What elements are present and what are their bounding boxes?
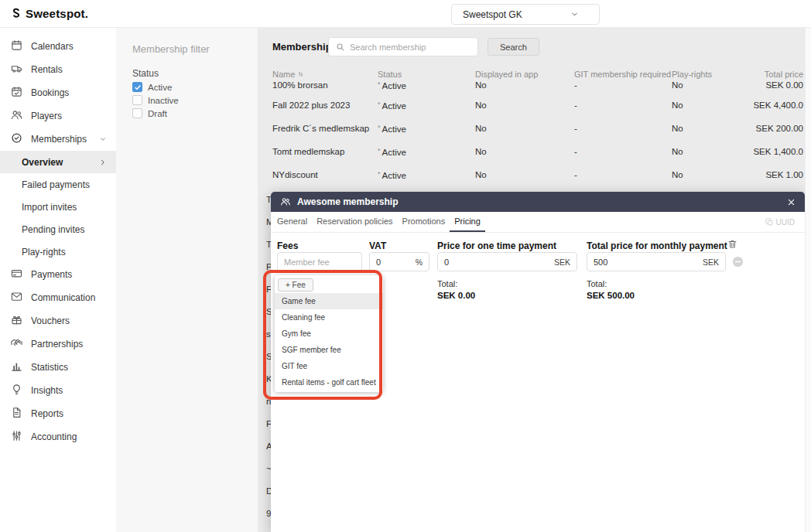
trash-icon[interactable]: [727, 239, 737, 249]
sliders-icon: [11, 430, 22, 444]
cell-git-required: -: [574, 124, 672, 133]
brand: Sweetspot.: [0, 7, 88, 20]
sidebar-item-accounting[interactable]: Accounting: [0, 425, 116, 448]
sidebar-item-memberships[interactable]: Memberships: [0, 128, 116, 151]
calendar-check-icon: [11, 86, 22, 100]
sidebar-item-label: Accounting: [31, 431, 77, 442]
status-mark: *: [378, 101, 381, 108]
sidebar-item-statistics[interactable]: Statistics: [0, 356, 116, 379]
cell-displayed-in-app: No: [475, 82, 574, 90]
cell-status: *Active: [378, 147, 475, 157]
copy-icon: [765, 218, 773, 226]
table-row[interactable]: 100% brorsan*ActiveNo-NoSEK 0.00: [258, 82, 805, 94]
calendar-icon: [11, 39, 22, 53]
sidebar-item-reports[interactable]: Reports: [0, 402, 116, 425]
tab-general[interactable]: General: [272, 212, 312, 232]
fee-option[interactable]: GIT fee: [275, 358, 383, 374]
uuid-button[interactable]: UUID: [765, 212, 805, 232]
sidebar-item-players[interactable]: Players: [0, 104, 116, 128]
sidebar-subitem-overview[interactable]: Overview: [0, 151, 116, 173]
tab-pricing[interactable]: Pricing: [450, 212, 485, 232]
cell-play-rights: No: [672, 170, 749, 179]
document-icon: [11, 407, 22, 421]
close-icon[interactable]: [787, 198, 796, 206]
table-row[interactable]: Tomt medlemskap*ActiveNo-NoSEK 1,400.0: [258, 140, 805, 163]
sidebar-item-label: Insights: [31, 385, 63, 396]
search-button[interactable]: Search: [488, 38, 539, 56]
sidebar-item-bookings[interactable]: Bookings: [0, 81, 116, 104]
sidebar-item-calendars[interactable]: Calendars: [0, 35, 116, 58]
sidebar-item-rentals[interactable]: Rentals: [0, 58, 116, 81]
sidebar-subitem-import-invites[interactable]: Import invites: [0, 196, 116, 218]
sidebar-item-insights[interactable]: Insights: [0, 379, 116, 402]
search-input[interactable]: [350, 43, 471, 52]
search-membership-box: [328, 37, 478, 56]
sidebar-subitem-pending-invites[interactable]: Pending invites: [0, 218, 116, 240]
cell-total-price: SEK 200.00: [749, 124, 805, 133]
memberships-submenu: Overview Failed payments Import invites …: [0, 151, 116, 263]
cell-status: *Active: [378, 101, 475, 111]
status-checkbox-active[interactable]: [132, 82, 142, 92]
sidebar-item-communication[interactable]: Communication: [0, 286, 116, 309]
sidebar-item-payments[interactable]: Payments: [0, 263, 116, 286]
one-time-total-label: Total:: [437, 279, 457, 288]
remove-row-icon[interactable]: [732, 256, 744, 268]
members-icon: [280, 196, 291, 207]
modal-title: Awesome membership: [297, 196, 399, 207]
tab-promotions[interactable]: Promotions: [398, 212, 450, 232]
fee-option[interactable]: Rental items - golf cart fleet: [275, 374, 383, 390]
sidebar-item-partnerships[interactable]: Partnerships: [0, 332, 116, 356]
vertical-scrollbar[interactable]: [805, 28, 811, 532]
sidebar-item-vouchers[interactable]: Vouchers: [0, 309, 116, 332]
table-header: Name Status Displayed in app GIT members…: [258, 68, 805, 80]
cell-total-price: SEK 0.00: [749, 82, 805, 90]
lightbulb-icon: [11, 384, 22, 397]
tab-reservation-policies[interactable]: Reservation policies: [312, 212, 397, 232]
app-root: Sweetspot. Sweetspot GK Calendars Rental…: [0, 0, 811, 532]
cell-total-price: SEK 4,400.0: [749, 101, 805, 110]
monthly-total-label: Total:: [587, 279, 607, 288]
handshake-icon: [11, 337, 22, 351]
status-option-inactive: Inactive: [132, 95, 258, 105]
monthly-price-input[interactable]: [594, 257, 698, 267]
cell-name: 100% brorsan: [272, 82, 378, 90]
club-selector-value: Sweetspot GK: [463, 9, 522, 20]
topbar: Sweetspot. Sweetspot GK: [0, 0, 811, 28]
table-rows: 100% brorsan*ActiveNo-NoSEK 0.00Fall 202…: [258, 82, 805, 186]
column-header-total-price: Total price: [749, 70, 805, 79]
table-row[interactable]: Fredrik C´s medlemskap*ActiveNo-NoSEK 20…: [258, 117, 805, 140]
fee-option[interactable]: Game fee: [275, 293, 383, 309]
column-header-displayed-in-app: Displayed in app: [475, 70, 574, 79]
sidebar-item-label: Payments: [31, 269, 72, 280]
search-icon: [336, 43, 345, 52]
vat-input[interactable]: [376, 257, 411, 267]
cell-status: *Active: [378, 124, 475, 134]
add-fee-button[interactable]: + Fee: [278, 278, 313, 292]
sidebar-item-label: Communication: [31, 292, 95, 303]
fee-option[interactable]: SGF member fee: [275, 342, 383, 358]
status-checkbox-draft[interactable]: [132, 108, 142, 118]
sort-icon: [297, 71, 304, 78]
cell-git-required: -: [574, 82, 672, 90]
percent-suffix: %: [416, 257, 423, 267]
one-time-price-input[interactable]: [444, 257, 549, 267]
monthly-price-field: SEK: [587, 252, 726, 271]
monthly-total-amount: SEK 500.00: [587, 291, 635, 300]
subitem-label: Pending invites: [22, 224, 84, 235]
table-row[interactable]: NYdiscount*ActiveNo-NoSEK 1.00: [258, 163, 805, 186]
cell-displayed-in-app: No: [475, 170, 574, 179]
sidebar-subitem-failed-payments[interactable]: Failed payments: [0, 173, 116, 196]
sidebar-subitem-play-rights[interactable]: Play-rights: [0, 240, 116, 263]
vat-field: %: [369, 252, 429, 271]
sidebar-item-label: Vouchers: [31, 315, 70, 326]
status-option-active: Active: [132, 82, 258, 92]
status-checkbox-inactive[interactable]: [132, 95, 142, 105]
column-header-name[interactable]: Name: [272, 70, 378, 79]
membership-filter-panel: Membership filter Status Active Inactive…: [116, 28, 258, 532]
club-selector-dropdown[interactable]: Sweetspot GK: [451, 4, 600, 25]
table-row[interactable]: Fall 2022 plus 2023*ActiveNo-NoSEK 4,400…: [258, 94, 805, 117]
fee-option[interactable]: Cleaning fee: [275, 309, 383, 326]
cell-displayed-in-app: No: [475, 101, 574, 110]
fee-option[interactable]: Gym fee: [275, 326, 383, 342]
member-fee-input[interactable]: [284, 257, 355, 267]
